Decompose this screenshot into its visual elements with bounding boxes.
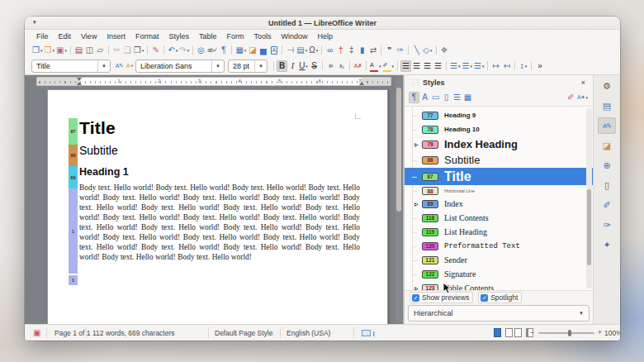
outline-list-button[interactable]: ☰▾ [473,60,485,72]
menu-edit[interactable]: Edit [54,31,77,41]
style-list-item-index[interactable]: ▶89Index [405,197,593,211]
superscript-button[interactable]: x² [325,60,336,72]
style-list-item-heading-10[interactable]: 78Heading 10 [405,122,593,136]
style-list-item-sender[interactable]: 121Sender [405,253,593,267]
decrease-indent-button[interactable]: ↤ [501,60,512,72]
dropdown-arrow-icon[interactable]: ▾ [430,48,433,53]
tab-gallery[interactable]: ◪ [598,137,616,154]
print-button[interactable]: ◫ [84,45,95,56]
page-style-status[interactable]: Default Page Style [215,329,272,337]
insert-table-button[interactable]: ▦▾ [234,45,247,56]
style-name[interactable]: Signature [444,269,476,279]
dropdown-arrow-icon[interactable]: ▾ [482,64,485,69]
clone-formatting-button[interactable]: ✎ [150,45,161,56]
zoom-out-icon[interactable]: − [530,328,534,336]
document-body-text[interactable]: Body text. Hello world! Body text. Hello… [79,183,360,263]
dropdown-arrow-icon[interactable]: ▾ [40,48,43,53]
tab-manage-changes[interactable]: ✑ [598,217,616,233]
word-count-status[interactable]: 112 words, 669 characters [92,329,175,337]
tab-properties[interactable]: ▤ [598,98,616,114]
tab-style-inspector[interactable]: ✐ [598,197,616,213]
menu-form[interactable]: Form [221,31,249,41]
increase-indent-button[interactable]: ↦ [490,60,501,72]
tab-styles[interactable]: A✎ [598,117,616,134]
tab-accessibility-check[interactable]: ✦ [598,236,616,253]
copy-button[interactable]: ❑ [122,45,133,56]
style-list-item-table-contents[interactable]: ▶123Table Contents [405,281,593,290]
dropdown-arrow-icon[interactable]: ▾ [525,64,528,69]
title-bar[interactable]: ▾ Untitled 1 — LibreOffice Writer [25,17,620,30]
insert-image-button[interactable]: ◪ [247,45,258,56]
show-previews-checkbox[interactable]: ✓ Show previews [410,292,473,303]
save-status-icon[interactable]: ▣ [33,328,40,337]
dropdown-arrow-icon[interactable]: ▾ [585,95,588,100]
spelling-check-button[interactable]: ab✓ [206,45,218,56]
paragraph-style-combo[interactable]: Title ▼ [31,60,111,73]
zoom-slider[interactable] [538,332,594,334]
font-color-button[interactable]: A▾ [369,60,382,72]
scrollbar-thumb[interactable] [396,88,401,212]
zoom-level[interactable]: 100% [604,329,620,337]
dropdown-arrow-icon[interactable]: ▾ [244,48,247,53]
list-styles-button[interactable]: ☰ [452,92,462,103]
style-name[interactable]: Title [444,169,471,184]
fill-format-mode-button[interactable]: ✐ [566,92,576,103]
style-name[interactable]: Sender [444,255,467,264]
frame-styles-button[interactable]: ▭ [430,92,441,103]
formatting-marks-button[interactable]: ¶ [218,45,229,56]
undo-button[interactable]: ↶▾ [167,45,178,56]
dropdown-arrow-icon[interactable]: ▾ [176,48,178,53]
align-right-button[interactable]: ☰ [422,60,433,72]
insert-header-footer-button[interactable]: ▤▾ [296,45,308,56]
style-name[interactable]: Index [444,199,463,208]
page-styles-button[interactable]: ▯ [441,92,452,103]
style-filter-dropdown[interactable]: Hierarchical ▼ [408,305,590,322]
deck-grip-icon[interactable]: ⋮⋮ [410,79,419,86]
dropdown-arrow-icon[interactable]: ▾ [187,48,190,53]
basic-shapes-button[interactable]: ◇▾ [422,45,433,56]
indent-marker-icon[interactable] [77,78,82,81]
tab-navigator[interactable]: ⊕ [598,157,616,174]
insert-bookmark-button[interactable]: ▮ [357,45,367,56]
menu-table[interactable]: Table [194,31,222,41]
highlight-color-button[interactable]: ✐▾ [382,60,395,72]
styles-list-scrollbar[interactable] [586,108,592,288]
align-justify-button[interactable]: ☰ [433,60,443,72]
insert-special-character-button[interactable]: Ω▾ [308,45,319,56]
font-size-combo[interactable]: 28 pt ▼ [228,60,268,73]
print-preview-button[interactable]: ▱ [95,45,106,56]
multi-page-view-icon[interactable] [505,328,513,337]
align-left-button[interactable]: ☰ [400,60,411,72]
document-heading-text[interactable]: Heading 1 [79,166,360,178]
new-style-from-selection-button[interactable]: A✦▾ [576,92,589,103]
bold-button[interactable]: B [277,60,287,72]
save-button[interactable]: ▣▾ [55,45,68,56]
tab-page[interactable]: ▯ [598,177,616,193]
style-name[interactable]: List Heading [444,227,487,236]
style-list-item-signature[interactable]: 122Signature [405,267,593,281]
dropdown-arrow-icon[interactable]: ▾ [470,64,472,69]
insert-line-button[interactable]: ╲ [411,45,422,56]
paragraph-styles-button[interactable]: ¶ [409,92,419,103]
document-page[interactable]: 87866911 Title Subtitle Heading 1 Body t… [47,89,388,324]
style-list-item-horizontal-line[interactable]: 88Horizontal Line [405,185,593,197]
insert-comment-button[interactable]: ❞ [384,45,395,56]
style-list-item-title[interactable]: 87Title [405,168,593,185]
dropdown-arrow-icon[interactable]: ▾ [142,48,144,53]
menu-tools[interactable]: Tools [249,31,276,41]
document-vertical-scrollbar[interactable] [395,76,402,323]
dropdown-arrow-icon[interactable]: ▾ [379,64,381,69]
window-menu-caret-icon[interactable]: ▾ [33,19,36,26]
insert-hyperlink-button[interactable]: ∞ [324,45,335,56]
clear-formatting-button[interactable]: A✗ [353,60,363,72]
style-list-item-subtitle[interactable]: 86Subtitle [405,152,593,168]
style-name[interactable]: Index Heading [444,138,518,150]
ordered-list-button[interactable]: ☰▾ [462,60,473,72]
style-list-item-index-heading[interactable]: ▶79Index Heading [405,136,593,152]
single-page-view-icon[interactable] [494,328,501,337]
menu-view[interactable]: View [76,31,102,41]
character-styles-button[interactable]: A [419,92,430,103]
sidebar-settings[interactable]: ⚙ [598,78,616,94]
insert-textbox-button[interactable]: A [268,45,279,56]
open-file-button[interactable]: ❒▾ [43,45,54,56]
